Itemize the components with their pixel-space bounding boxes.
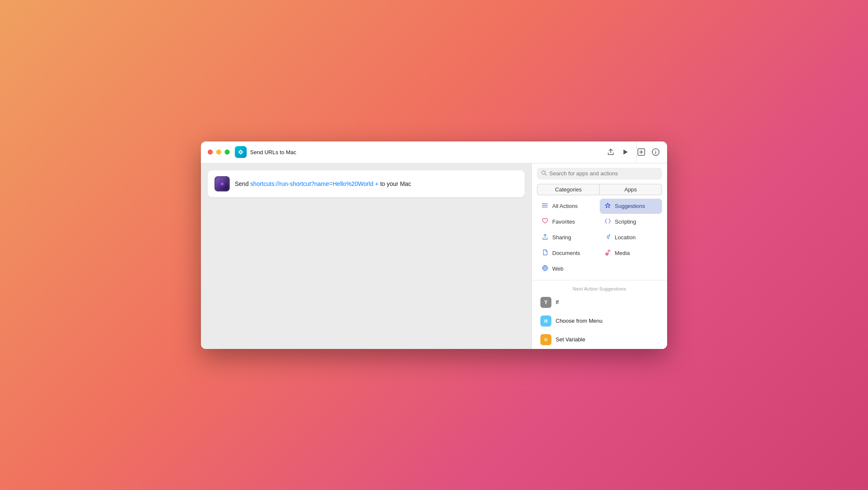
location-icon [604, 233, 612, 241]
category-favorites-label: Favorites [552, 219, 575, 225]
suggestion-if[interactable]: Y If [537, 293, 662, 312]
web-icon [541, 265, 549, 273]
tab-categories[interactable]: Categories [537, 184, 599, 195]
category-media-label: Media [615, 250, 630, 256]
action-card-content: Send shortcuts://run-shortcut?name=Hello… [235, 180, 411, 187]
category-scripting-label: Scripting [615, 219, 637, 225]
svg-marker-0 [623, 149, 628, 155]
category-suggestions[interactable]: Suggestions [600, 199, 662, 214]
shortcut-icon [214, 176, 230, 191]
suffix-text: to your Mac [380, 180, 411, 187]
suggestion-if-label: If [556, 299, 559, 305]
documents-icon [541, 249, 549, 257]
plus-button[interactable]: + [375, 180, 378, 187]
add-action-button[interactable] [637, 147, 646, 157]
sharing-icon [541, 233, 549, 241]
category-sharing[interactable]: Sharing [537, 230, 600, 245]
svg-point-22 [545, 339, 547, 341]
title-bar-actions [606, 148, 629, 156]
scripting-icon [604, 218, 612, 226]
main-window: Send URLs to Mac [201, 141, 667, 349]
category-web-label: Web [552, 266, 564, 272]
suggestion-set-variable-label: Set Variable [556, 336, 585, 343]
categories-grid: All Actions Suggestions [532, 199, 667, 277]
category-all-actions[interactable]: All Actions [537, 199, 600, 214]
category-sharing-label: Sharing [552, 234, 571, 241]
search-icon [541, 170, 547, 177]
section-divider [532, 280, 667, 280]
tab-apps[interactable]: Apps [599, 184, 662, 195]
choose-from-menu-icon [540, 316, 551, 327]
suggestions-title: Next Action Suggestions [537, 284, 662, 293]
media-icon [604, 249, 612, 257]
window-title: Send URLs to Mac [250, 149, 606, 155]
category-documents[interactable]: Documents [537, 245, 600, 261]
minimize-button[interactable] [216, 149, 221, 155]
suggestion-choose-from-menu[interactable]: Choose from Menu [537, 312, 662, 330]
tabs-row: Categories Apps [537, 184, 662, 195]
right-panel-header-icons [637, 147, 660, 157]
category-documents-label: Documents [552, 250, 580, 256]
fullscreen-button[interactable] [225, 149, 230, 155]
right-panel: Categories Apps [531, 163, 667, 349]
if-icon: Y [540, 297, 551, 308]
suggestion-choose-from-menu-label: Choose from Menu [556, 318, 603, 324]
svg-point-3 [655, 150, 656, 151]
category-media[interactable]: Media [600, 245, 662, 261]
category-favorites[interactable]: Favorites [537, 214, 600, 230]
category-location-label: Location [615, 234, 636, 241]
category-all-actions-label: All Actions [552, 203, 578, 209]
info-button[interactable] [651, 147, 660, 157]
category-suggestions-label: Suggestions [615, 203, 645, 209]
close-button[interactable] [208, 149, 213, 155]
left-panel: Send shortcuts://run-shortcut?name=Hello… [201, 163, 531, 349]
play-button[interactable] [621, 148, 629, 156]
action-card: Send shortcuts://run-shortcut?name=Hello… [208, 170, 525, 197]
app-icon [235, 146, 247, 158]
suggestions-section: Next Action Suggestions Y If [532, 284, 667, 349]
suggestions-icon [604, 202, 612, 210]
search-bar[interactable] [537, 168, 662, 180]
title-bar: Send URLs to Mac [201, 141, 667, 163]
send-label: Send [235, 180, 249, 187]
content-area: Send shortcuts://run-shortcut?name=Hello… [201, 163, 667, 349]
all-actions-icon [541, 202, 549, 210]
traffic-lights [208, 149, 230, 155]
set-variable-icon [540, 334, 551, 345]
svg-point-6 [221, 183, 223, 185]
category-web[interactable]: Web [537, 261, 600, 277]
share-button[interactable] [606, 148, 615, 156]
search-input[interactable] [549, 170, 658, 177]
favorites-icon [541, 218, 549, 226]
category-scripting[interactable]: Scripting [600, 214, 662, 230]
svg-point-7 [542, 171, 545, 174]
category-location[interactable]: Location [600, 230, 662, 245]
suggestion-set-variable[interactable]: Set Variable [537, 330, 662, 349]
url-link[interactable]: shortcuts://run-shortcut?name=Hello%20Wo… [250, 180, 373, 187]
